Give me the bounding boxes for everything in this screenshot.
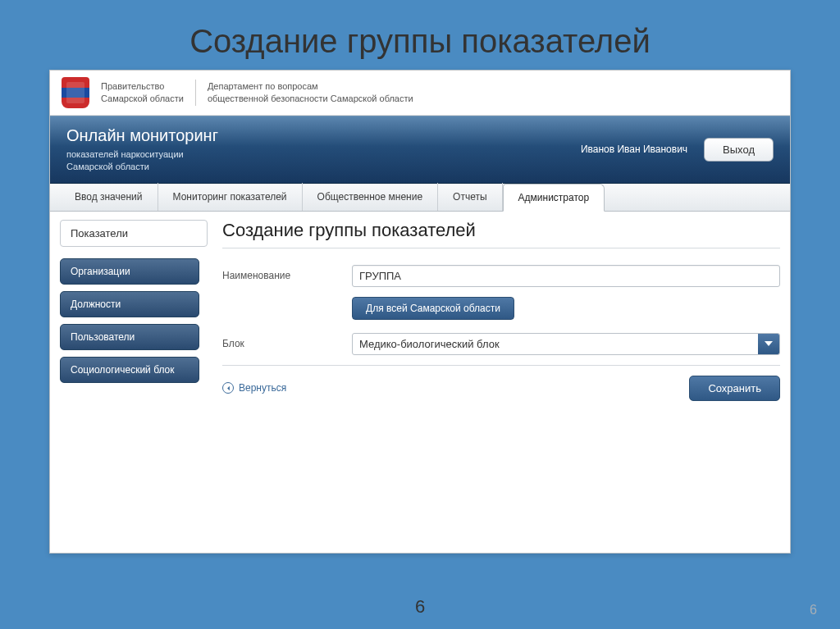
gov-org-line2: Самарской области — [101, 93, 184, 105]
header-separator — [195, 80, 196, 106]
sidebar-item-users[interactable]: Пользователи — [60, 324, 199, 350]
logout-button[interactable]: Выход — [704, 138, 774, 162]
app-subtitle-line1: показателей наркоситуации — [66, 148, 218, 161]
department-name: Департамент по вопросам общественной без… — [208, 80, 413, 105]
back-link-label: Вернуться — [239, 382, 286, 394]
row-name: Наименование — [222, 265, 780, 287]
content-area: Показатели Организации Должности Пользов… — [50, 212, 790, 553]
tab-monitoring[interactable]: Мониторинг показателей — [158, 183, 303, 211]
sidebar-item-sociological-block[interactable]: Социологический блок — [60, 357, 199, 383]
page-heading: Создание группы показателей — [222, 220, 780, 248]
input-name[interactable] — [352, 265, 780, 287]
app-title: Онлайн мониторинг — [66, 126, 218, 145]
government-header: Правительство Самарской области Департам… — [50, 71, 790, 116]
tab-administrator[interactable]: Администратор — [503, 184, 605, 212]
tab-reports[interactable]: Отчеты — [438, 183, 502, 211]
dept-line2: общественной безопасности Самарской обла… — [208, 93, 413, 105]
sidebar-item-indicators[interactable]: Показатели — [60, 220, 208, 247]
dept-line1: Департамент по вопросам — [208, 80, 413, 93]
label-block: Блок — [222, 338, 337, 349]
app-window: Правительство Самарской области Департам… — [49, 70, 791, 554]
current-user: Иванов Иван Иванович — [581, 144, 687, 155]
tab-input-values[interactable]: Ввод значений — [60, 183, 158, 211]
back-link[interactable]: Вернуться — [222, 382, 286, 394]
select-block-value: Медико-биологический блок — [353, 334, 758, 354]
arrow-left-icon — [222, 382, 234, 394]
main-tabs: Ввод значений Мониторинг показателей Общ… — [50, 184, 790, 212]
app-subtitle-line2: Самарской области — [66, 161, 218, 173]
for-whole-region-button[interactable]: Для всей Самарской области — [352, 297, 514, 320]
chevron-down-icon[interactable] — [758, 334, 779, 354]
tab-public-opinion[interactable]: Общественное мнение — [303, 183, 439, 211]
coat-of-arms-icon — [62, 77, 89, 108]
select-block[interactable]: Медико-биологический блок — [352, 333, 780, 355]
slide-number-corner: 6 — [810, 603, 817, 618]
admin-sidebar: Показатели Организации Должности Пользов… — [60, 220, 208, 543]
sidebar-item-positions[interactable]: Должности — [60, 291, 199, 317]
form-divider — [222, 365, 780, 366]
form-actions: Вернуться Сохранить — [222, 376, 780, 401]
sidebar-item-organizations[interactable]: Организации — [60, 258, 199, 285]
app-title-bar: Онлайн мониторинг показателей наркоситуа… — [50, 116, 790, 184]
slide-number-center: 6 — [0, 596, 840, 618]
slide-title: Создание группы показателей — [0, 0, 840, 70]
row-block: Блок Медико-биологический блок — [222, 333, 780, 355]
main-panel: Создание группы показателей Наименование… — [222, 220, 780, 543]
label-name: Наименование — [222, 270, 337, 281]
government-org: Правительство Самарской области — [101, 80, 184, 105]
gov-org-line1: Правительство — [101, 80, 184, 93]
save-button[interactable]: Сохранить — [689, 376, 780, 401]
